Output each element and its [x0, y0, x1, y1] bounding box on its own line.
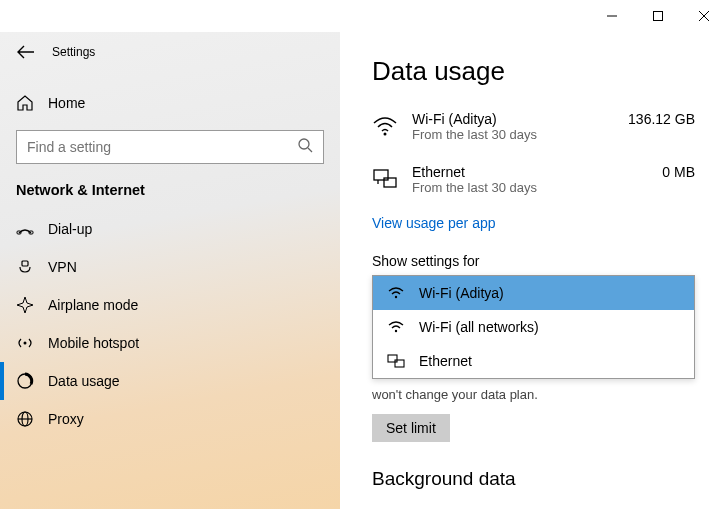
- window-title: Settings: [52, 45, 95, 59]
- dropdown-item-label: Ethernet: [419, 353, 472, 369]
- dropdown-item-label: Wi-Fi (Aditya): [419, 285, 504, 301]
- dropdown-item-wifi-aditya[interactable]: Wi-Fi (Aditya): [373, 276, 694, 310]
- nav-home-label: Home: [48, 95, 85, 111]
- airplane-icon: [16, 296, 34, 314]
- usage-name: Ethernet: [412, 164, 648, 180]
- usage-sub: From the last 30 days: [412, 127, 614, 142]
- nav-home[interactable]: Home: [0, 84, 340, 122]
- nav-item-label: VPN: [48, 259, 77, 275]
- dialup-icon: [16, 220, 34, 238]
- search-icon: [297, 137, 313, 157]
- ethernet-icon: [387, 354, 405, 368]
- search-input[interactable]: [27, 139, 297, 155]
- usage-sub: From the last 30 days: [412, 180, 648, 195]
- page-title: Data usage: [372, 56, 695, 87]
- svg-rect-1: [654, 12, 663, 21]
- nav-item-label: Airplane mode: [48, 297, 138, 313]
- nav-airplane[interactable]: Airplane mode: [0, 286, 340, 324]
- nav-hotspot[interactable]: Mobile hotspot: [0, 324, 340, 362]
- usage-value: 0 MB: [662, 164, 695, 180]
- svg-point-19: [395, 330, 397, 332]
- maximize-button[interactable]: [635, 0, 681, 32]
- nav-item-label: Mobile hotspot: [48, 335, 139, 351]
- dropdown-item-wifi-all[interactable]: Wi-Fi (all networks): [373, 310, 694, 344]
- back-button[interactable]: [16, 42, 36, 62]
- svg-rect-20: [388, 355, 397, 362]
- dropdown-item-label: Wi-Fi (all networks): [419, 319, 539, 335]
- show-settings-label: Show settings for: [372, 253, 695, 269]
- minimize-button[interactable]: [589, 0, 635, 32]
- wifi-icon: [372, 113, 398, 139]
- usage-row-ethernet: Ethernet From the last 30 days 0 MB: [372, 158, 695, 211]
- svg-point-9: [24, 342, 27, 345]
- dropdown-item-ethernet[interactable]: Ethernet: [373, 344, 694, 378]
- section-header: Network & Internet: [0, 178, 340, 210]
- svg-rect-21: [395, 360, 404, 367]
- nav-vpn[interactable]: VPN: [0, 248, 340, 286]
- proxy-icon: [16, 410, 34, 428]
- svg-rect-8: [22, 261, 28, 266]
- plan-hint: won't change your data plan.: [372, 387, 695, 402]
- ethernet-icon: [372, 166, 398, 192]
- nav-item-label: Data usage: [48, 373, 120, 389]
- wifi-icon: [387, 286, 405, 300]
- sidebar: Settings Home Network & Internet Dial-up: [0, 32, 340, 509]
- background-data-heading: Background data: [372, 468, 695, 490]
- view-usage-link[interactable]: View usage per app: [372, 215, 496, 231]
- search-box[interactable]: [16, 130, 324, 164]
- svg-point-4: [299, 139, 309, 149]
- wifi-icon: [387, 320, 405, 334]
- show-settings-dropdown[interactable]: Wi-Fi (Aditya) Wi-Fi (all networks) Ethe…: [372, 275, 695, 379]
- hotspot-icon: [16, 334, 34, 352]
- nav-item-label: Proxy: [48, 411, 84, 427]
- svg-point-18: [395, 296, 397, 298]
- datausage-icon: [16, 372, 34, 390]
- nav-item-label: Dial-up: [48, 221, 92, 237]
- usage-name: Wi-Fi (Aditya): [412, 111, 614, 127]
- svg-point-14: [384, 133, 387, 136]
- nav-dialup[interactable]: Dial-up: [0, 210, 340, 248]
- nav-datausage[interactable]: Data usage: [0, 362, 340, 400]
- nav-proxy[interactable]: Proxy: [0, 400, 340, 438]
- svg-line-5: [308, 148, 312, 152]
- vpn-icon: [16, 258, 34, 276]
- usage-value: 136.12 GB: [628, 111, 695, 127]
- set-limit-button[interactable]: Set limit: [372, 414, 450, 442]
- main-content: Data usage Wi-Fi (Aditya) From the last …: [340, 32, 727, 509]
- usage-row-wifi: Wi-Fi (Aditya) From the last 30 days 136…: [372, 105, 695, 158]
- home-icon: [16, 94, 34, 112]
- close-button[interactable]: [681, 0, 727, 32]
